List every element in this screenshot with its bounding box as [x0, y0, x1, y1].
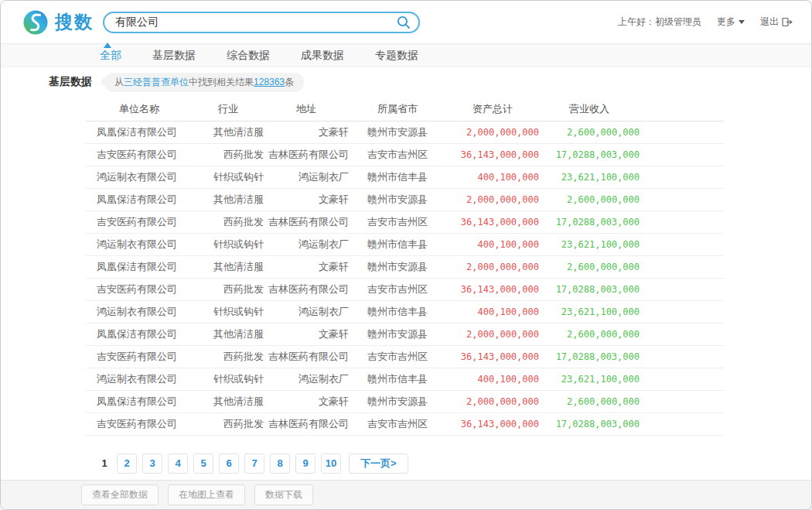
cell-revenue: 17,0288,003,000 [539, 143, 640, 166]
logout-button[interactable]: 退出 [760, 15, 793, 29]
cell-revenue: 23,621,100,000 [539, 233, 640, 255]
cell-revenue: 17,0288,003,000 [539, 412, 640, 435]
table-row[interactable]: 吉安医药有限公司西药批发吉林医药有限公司吉安市吉州区36,143,000,000… [86, 345, 724, 368]
cell-revenue: 2,600,000,000 [539, 188, 640, 211]
search-input[interactable] [115, 16, 397, 29]
cell-region: 赣州市信丰县 [349, 300, 446, 323]
page-button-3[interactable]: 3 [142, 454, 162, 474]
footer-toolbar: 查看全部数据在地图上查看数据下载 [1, 480, 811, 509]
column-header-address: 地址 [264, 98, 349, 121]
table-row[interactable]: 鸿运制衣有限公司针织或钩针鸿运制衣厂赣州市信丰县400,100,00023,62… [86, 233, 724, 255]
tab-item-1[interactable]: 全部 [100, 49, 121, 63]
table-row[interactable]: 吉安医药有限公司西药批发吉林医药有限公司吉安市吉州区36,143,000,000… [86, 143, 724, 166]
tab-item-3[interactable]: 综合数据 [227, 49, 270, 63]
cell-revenue: 23,621,100,000 [539, 300, 640, 323]
cell-address: 文豪轩 [264, 390, 349, 412]
cell-filler [640, 278, 724, 300]
cell-industry: 西药批发 [193, 345, 264, 368]
main-content: 基层数据 从三经普普查单位中找到相关结果128363条 单位名称行业地址所属省市… [1, 67, 811, 480]
cell-revenue: 2,600,000,000 [539, 323, 640, 345]
tab-item-2[interactable]: 基层数据 [152, 49, 196, 63]
table-row[interactable]: 吉安医药有限公司西药批发吉林医药有限公司吉安市吉州区36,143,000,000… [86, 211, 724, 233]
section-label: 基层数据 [49, 75, 92, 89]
table-row[interactable]: 吉安医药有限公司西药批发吉林医药有限公司吉安市吉州区36,143,000,000… [86, 278, 724, 300]
cell-address: 鸿运制衣厂 [264, 368, 349, 390]
cell-company: 凤凰保洁有限公司 [86, 323, 193, 345]
cell-assets: 36,143,000,000 [446, 211, 539, 233]
view-all-data-button[interactable]: 查看全部数据 [81, 484, 159, 505]
cell-filler [640, 211, 724, 233]
source-link[interactable]: 三经普普查单位 [124, 77, 189, 87]
cell-company: 凤凰保洁有限公司 [86, 255, 193, 278]
cell-company: 鸿运制衣有限公司 [86, 166, 193, 188]
page-button-7[interactable]: 7 [244, 454, 264, 474]
results-table: 单位名称行业地址所属省市资产总计营业收入 凤凰保洁有限公司其他清洁服文豪轩赣州市… [86, 98, 724, 436]
cell-address: 吉林医药有限公司 [264, 278, 349, 300]
cell-address: 吉林医药有限公司 [264, 211, 349, 233]
logo[interactable]: 搜数 [22, 9, 94, 36]
cell-assets: 400,100,000 [446, 233, 539, 255]
tab-item-4[interactable]: 成果数据 [301, 49, 344, 63]
view-on-map-button[interactable]: 在地图上查看 [168, 484, 245, 505]
cell-filler [640, 390, 724, 412]
search-icon[interactable] [397, 15, 411, 29]
logout-icon [782, 17, 793, 27]
next-page-button[interactable]: 下一页> [349, 454, 408, 474]
cell-region: 吉安市吉州区 [349, 211, 446, 233]
cell-region: 赣州市安源县 [349, 121, 446, 143]
download-data-button[interactable]: 数据下载 [254, 484, 313, 505]
page-button-6[interactable]: 6 [219, 454, 239, 474]
cell-filler [640, 368, 724, 390]
cell-filler [640, 412, 724, 435]
table-row[interactable]: 凤凰保洁有限公司其他清洁服文豪轩赣州市安源县2,000,000,0002,600… [86, 188, 724, 211]
cell-revenue: 23,621,100,000 [539, 368, 640, 390]
top-header: 搜数 上午好：初级管理员 更多 退出 [1, 1, 811, 43]
table-row[interactable]: 鸿运制衣有限公司针织或钩针鸿运制衣厂赣州市信丰县400,100,00023,62… [86, 300, 724, 323]
page-button-10[interactable]: 10 [321, 454, 341, 474]
cell-company: 吉安医药有限公司 [86, 143, 193, 166]
cell-industry: 针织或钩针 [193, 368, 264, 390]
cell-filler [640, 166, 724, 188]
table-row[interactable]: 鸿运制衣有限公司针织或钩针鸿运制衣厂赣州市信丰县400,100,00023,62… [86, 368, 724, 390]
search-box[interactable] [103, 12, 420, 33]
cell-assets: 2,000,000,000 [446, 323, 539, 345]
column-header-region: 所属省市 [349, 98, 446, 121]
table-row[interactable]: 鸿运制衣有限公司针织或钩针鸿运制衣厂赣州市信丰县400,100,00023,62… [86, 166, 724, 188]
table-row[interactable]: 凤凰保洁有限公司其他清洁服文豪轩赣州市安源县2,000,000,0002,600… [86, 323, 724, 345]
result-count-link[interactable]: 128363 [254, 77, 285, 87]
page-button-2[interactable]: 2 [117, 454, 137, 474]
page-button-9[interactable]: 9 [295, 454, 316, 474]
cell-assets: 2,000,000,000 [446, 255, 539, 278]
cell-revenue: 17,0288,003,000 [539, 278, 640, 300]
cell-region: 吉安市吉州区 [349, 278, 446, 300]
cell-filler [640, 255, 724, 278]
table-row[interactable]: 凤凰保洁有限公司其他清洁服文豪轩赣州市安源县2,000,000,0002,600… [86, 390, 724, 412]
page-button-5[interactable]: 5 [193, 454, 213, 474]
page-button-4[interactable]: 4 [168, 454, 188, 474]
column-header-industry: 行业 [193, 98, 264, 121]
cell-assets: 36,143,000,000 [446, 345, 539, 368]
cell-filler [640, 233, 724, 255]
cell-company: 吉安医药有限公司 [86, 278, 193, 300]
page-button-8[interactable]: 8 [270, 454, 290, 474]
cell-company: 凤凰保洁有限公司 [86, 390, 193, 412]
cell-company: 凤凰保洁有限公司 [86, 121, 193, 143]
cell-address: 文豪轩 [264, 121, 349, 143]
tab-item-5[interactable]: 专题数据 [375, 49, 418, 63]
cell-company: 凤凰保洁有限公司 [86, 188, 193, 211]
cell-assets: 400,100,000 [446, 166, 539, 188]
table-row[interactable]: 吉安医药有限公司西药批发吉林医药有限公司吉安市吉州区36,143,000,000… [86, 412, 724, 435]
result-summary-pill: 从三经普普查单位中找到相关结果128363条 [104, 73, 304, 92]
more-menu[interactable]: 更多 [717, 15, 745, 29]
cell-assets: 36,143,000,000 [446, 412, 539, 435]
table-row[interactable]: 凤凰保洁有限公司其他清洁服文豪轩赣州市安源县2,000,000,0002,600… [86, 121, 724, 143]
cell-industry: 其他清洁服 [193, 255, 264, 278]
table-row[interactable]: 凤凰保洁有限公司其他清洁服文豪轩赣州市安源县2,000,000,0002,600… [86, 255, 724, 278]
chevron-down-icon [739, 20, 745, 27]
cell-industry: 西药批发 [193, 211, 264, 233]
cell-revenue: 2,600,000,000 [539, 121, 640, 143]
cell-address: 鸿运制衣厂 [264, 233, 349, 255]
cell-region: 赣州市信丰县 [349, 233, 446, 255]
pagination: 1 2345678910下一页> [97, 454, 811, 474]
cell-industry: 针织或钩针 [193, 166, 264, 188]
